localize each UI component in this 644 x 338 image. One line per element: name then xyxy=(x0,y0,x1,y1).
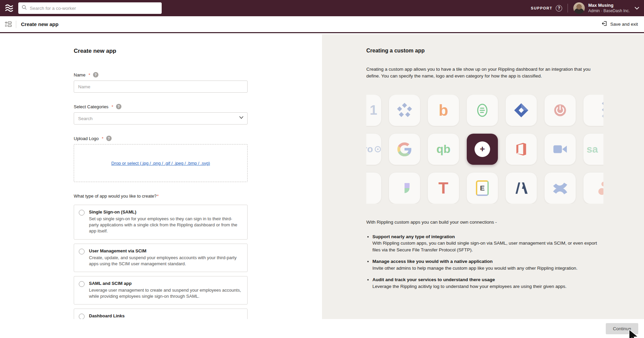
user-info[interactable]: Max Musing Admin · BaseDash Inc. xyxy=(588,3,630,13)
logo-dropzone[interactable]: Drop or select (.jpg / .png / .gif / .jp… xyxy=(74,144,248,182)
app-tile-google-g-icon xyxy=(389,134,420,165)
topbar-divider xyxy=(568,4,568,13)
option-description: Create, update, and suspend your employe… xyxy=(89,255,242,267)
footer-bar: Continue xyxy=(0,319,644,338)
app-tile-t-wordmark: T xyxy=(428,173,459,204)
info-heading: Creating a custom app xyxy=(366,48,603,54)
app-tile-pink-dots-icon xyxy=(583,173,603,204)
required-asterisk: * xyxy=(102,136,104,141)
search-icon xyxy=(22,5,27,12)
app-tile-one-wordmark: 1 xyxy=(366,95,381,126)
radio-button[interactable] xyxy=(79,281,85,287)
benefit-item: Support nearly any type of integration W… xyxy=(372,233,603,253)
required-asterisk: * xyxy=(89,72,90,77)
name-input[interactable] xyxy=(74,81,248,93)
benefit-title: Support nearly any type of integration xyxy=(372,234,455,239)
drop-or-select-link[interactable]: Drop or select (.jpg / .png / .gif / .jp… xyxy=(111,161,210,166)
benefit-title: Manage access like you would with a nati… xyxy=(372,259,493,264)
app-tile-e-card-icon: E xyxy=(467,173,498,204)
topbar: SUPPORT ? Max Musing Admin · BaseDash In… xyxy=(0,0,644,16)
exit-icon xyxy=(601,21,607,28)
connections-line: With Rippling custom apps you can build … xyxy=(366,220,603,225)
info-intro: Creating a custom app allows you to have… xyxy=(366,66,603,80)
app-tile-navy-a-icon xyxy=(506,173,537,204)
option-title: SAML and SCIM app xyxy=(89,281,242,286)
required-asterisk: * xyxy=(157,194,159,199)
required-asterisk: * xyxy=(112,104,113,109)
coworker-search[interactable] xyxy=(18,2,162,14)
app-tile-blue-diamond-icon xyxy=(506,95,537,126)
upload-help-icon[interactable]: ? xyxy=(106,136,112,141)
option-title: Dashboard Links xyxy=(89,313,242,318)
create-app-form-pane: Create new app Name* ? Select Categories… xyxy=(0,34,322,319)
user-avatar[interactable] xyxy=(573,2,585,14)
benefit-description: Leverage the Rippling acitivty log to un… xyxy=(372,284,567,289)
save-and-exit-label: Save and exit xyxy=(610,22,638,27)
radio-button[interactable] xyxy=(79,210,85,216)
app-tile-office-door-icon xyxy=(506,134,537,165)
benefit-description: Invite other admins to help manage the c… xyxy=(372,266,577,271)
benefit-title: Audit and track your services to underst… xyxy=(372,277,495,282)
app-tile-ro-wordmark: ro xyxy=(366,134,381,165)
option-single-sign-on-saml[interactable]: Single Sign-on (SAML) Set up single sign… xyxy=(74,205,248,240)
upload-logo-label: Upload Logo xyxy=(74,136,99,141)
support-link[interactable]: SUPPORT xyxy=(531,6,553,10)
app-tile-pentagon-diamonds-icon xyxy=(389,95,420,126)
add-to-list-icon[interactable] xyxy=(5,21,12,27)
create-new-app-page: SUPPORT ? Max Musing Admin · BaseDash In… xyxy=(0,0,644,338)
categories-label: Select Categories xyxy=(74,104,109,109)
app-tile-grid: 1 b xyxy=(366,95,603,204)
app-tile-sa-wordmark: sa xyxy=(583,134,603,165)
page-title: Create new app xyxy=(21,21,59,27)
app-tile-petal-icon xyxy=(389,173,420,204)
option-title: Single Sign-on (SAML) xyxy=(89,209,242,215)
app-tile-stacked-diamonds-icon xyxy=(583,95,603,126)
form-heading: Create new app xyxy=(74,48,248,54)
toolbar-divider xyxy=(16,21,16,28)
continue-button[interactable]: Continue xyxy=(606,323,638,334)
benefit-description: With Rippling custom apps, you can build… xyxy=(372,241,597,252)
benefits-list: Support nearly any type of integration W… xyxy=(366,233,603,290)
categories-search-input[interactable] xyxy=(74,112,248,125)
app-tile-green-oval-lines-icon xyxy=(467,95,498,126)
option-description: Leverage user management to create and s… xyxy=(89,287,242,299)
rippling-logo-icon[interactable] xyxy=(4,4,14,13)
option-description: Set up single sign-on for your employees… xyxy=(89,216,242,234)
user-name: Max Musing xyxy=(588,3,630,8)
option-user-management-scim[interactable]: User Management via SCIM Create, update,… xyxy=(74,244,248,272)
app-tile-qb-wordmark: qb xyxy=(428,134,459,165)
categories-select[interactable] xyxy=(74,112,248,125)
app-tile-curved-x-icon xyxy=(545,173,576,204)
categories-help-icon[interactable]: ? xyxy=(116,104,121,109)
content-area: Create new app Name* ? Select Categories… xyxy=(0,34,644,319)
app-tile-power-circle-icon xyxy=(545,95,576,126)
name-label: Name xyxy=(74,72,86,77)
save-and-exit-button[interactable]: Save and exit xyxy=(601,21,638,28)
benefit-item: Audit and track your services to underst… xyxy=(372,276,603,290)
custom-app-plus-tile[interactable]: + xyxy=(467,134,498,165)
name-help-icon[interactable]: ? xyxy=(93,72,98,77)
plus-icon: + xyxy=(475,141,490,157)
app-tile-video-camera-icon xyxy=(545,134,576,165)
custom-app-info-pane: Creating a custom app Creating a custom … xyxy=(322,34,644,319)
benefit-item: Manage access like you would with a nati… xyxy=(372,258,603,271)
radio-button[interactable] xyxy=(79,249,85,254)
radio-button[interactable] xyxy=(79,314,85,319)
flow-toolbar: Create new app Save and exit xyxy=(0,16,644,33)
chevron-down-icon[interactable] xyxy=(635,7,639,10)
app-tile-b-wordmark: b xyxy=(428,95,459,126)
app-tile-cloud-icon xyxy=(366,173,381,204)
search-input[interactable] xyxy=(30,6,158,11)
user-role: Admin · BaseDash Inc. xyxy=(588,8,630,14)
app-type-question: What type of app would you like to creat… xyxy=(74,194,157,199)
option-title: User Management via SCIM xyxy=(89,248,242,253)
support-help-icon[interactable]: ? xyxy=(556,5,562,12)
option-saml-and-scim[interactable]: SAML and SCIM app Leverage user manageme… xyxy=(74,276,248,305)
